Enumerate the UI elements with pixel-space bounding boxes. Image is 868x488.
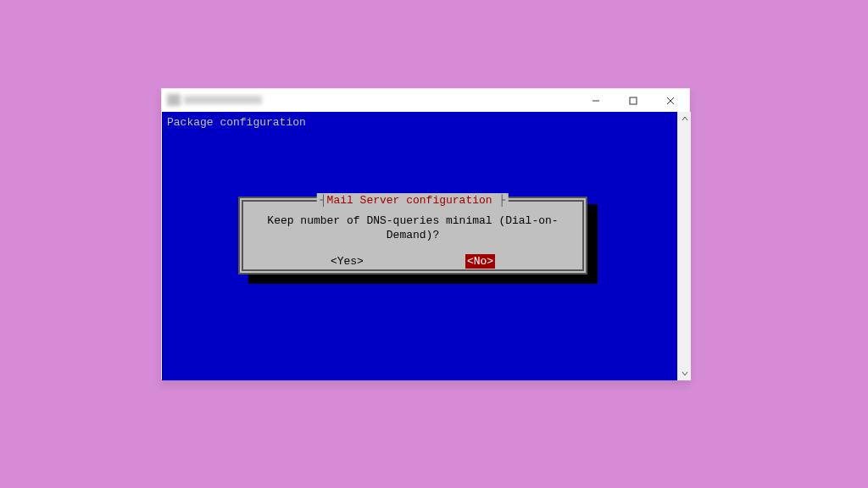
- close-button[interactable]: [652, 89, 689, 112]
- dialog-inner: Mail Server configuration Keep number of…: [242, 200, 584, 271]
- titlebar: [162, 89, 689, 112]
- terminal-header: Package configuration: [167, 115, 672, 130]
- window-title: [167, 92, 269, 108]
- scroll-track[interactable]: [678, 125, 691, 367]
- maximize-button[interactable]: [615, 89, 652, 112]
- dialog-buttons: <Yes> <No>: [252, 254, 574, 269]
- no-option[interactable]: <No>: [465, 254, 495, 269]
- scroll-down-button[interactable]: [678, 367, 691, 380]
- window-controls: [577, 89, 689, 112]
- yes-option[interactable]: <Yes>: [331, 254, 364, 269]
- svg-rect-1: [630, 97, 637, 104]
- dialog-title: Mail Server configuration: [317, 193, 509, 208]
- app-window: Package configuration Mail Server config…: [161, 88, 690, 380]
- scrollbar[interactable]: [677, 112, 691, 380]
- minimize-button[interactable]: [577, 89, 615, 112]
- terminal-wrap: Package configuration Mail Server config…: [162, 112, 691, 380]
- scroll-up-button[interactable]: [678, 112, 691, 125]
- terminal: Package configuration Mail Server config…: [162, 112, 677, 380]
- dialog-question: Keep number of DNS-queries minimal (Dial…: [252, 214, 574, 242]
- config-dialog: Mail Server configuration Keep number of…: [238, 197, 587, 274]
